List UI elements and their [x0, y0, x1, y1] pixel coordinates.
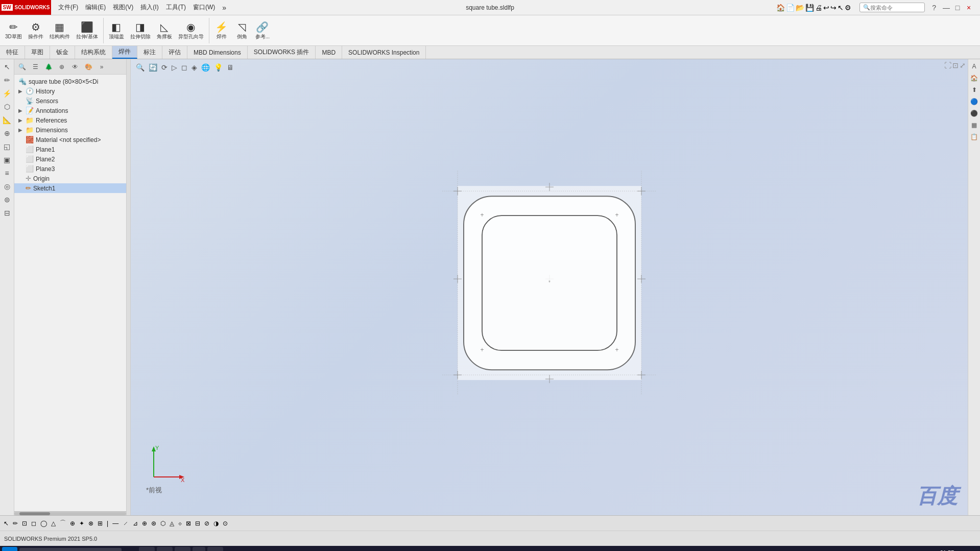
- tree-item-annotations[interactable]: ▶ 📝 Annotations: [14, 106, 126, 115]
- taskbar-sw-button[interactable]: S: [193, 547, 205, 551]
- sk-icon10[interactable]: ⊗: [87, 519, 95, 528]
- end-cap-button[interactable]: ◧ 顶端盖: [106, 20, 127, 41]
- panel-splitter[interactable]: [127, 59, 131, 515]
- vp-icon4[interactable]: ▷: [171, 62, 178, 73]
- sk-icon18[interactable]: ⬡: [159, 519, 167, 528]
- sidebar-icon-dim[interactable]: 📐: [2, 114, 13, 126]
- sk-icon25[interactable]: ⊙: [221, 519, 229, 528]
- taskbar-browser-button[interactable]: 🌐: [139, 547, 155, 551]
- close-button[interactable]: ×: [964, 3, 974, 13]
- minimize-button[interactable]: —: [941, 3, 951, 13]
- vp-icon5[interactable]: ◻: [180, 62, 188, 73]
- tree-item-history[interactable]: ▶ 🕐 History: [14, 86, 126, 96]
- maximize-button[interactable]: □: [952, 3, 963, 13]
- sk-icon20[interactable]: ⟐: [177, 519, 183, 528]
- tree-item-plane1[interactable]: ⬜ Plane1: [14, 145, 126, 154]
- open-icon[interactable]: 📂: [796, 4, 804, 12]
- tree-item-origin[interactable]: ✛ Origin: [14, 174, 126, 183]
- tab-sketch[interactable]: 草图: [25, 46, 50, 59]
- sk-icon9[interactable]: ✦: [78, 519, 86, 528]
- panel-filter-button[interactable]: 🔍: [16, 61, 28, 73]
- sk-icon13[interactable]: —: [111, 519, 120, 528]
- weld-button[interactable]: ⚡ 焊件: [211, 20, 232, 41]
- panel-expand-button[interactable]: »: [96, 61, 107, 73]
- viewport[interactable]: 🔍 🔄 ⟳ ▷ ◻ ◈ 🌐 💡 🖥: [131, 59, 968, 515]
- sk-icon24[interactable]: ◑: [212, 519, 220, 528]
- extrude-button[interactable]: ⬛ 拉伸/基体: [73, 20, 101, 41]
- tab-mbd-dimensions[interactable]: MBD Dimensions: [187, 46, 248, 59]
- menu-insert[interactable]: 插入(I): [137, 2, 161, 13]
- search-box[interactable]: 🔍: [859, 3, 925, 12]
- tree-item-references[interactable]: ▶ 📁 References: [14, 115, 126, 125]
- tab-weld[interactable]: 焊件: [112, 46, 137, 59]
- sk-icon11[interactable]: ⊞: [96, 519, 104, 528]
- sidebar-icon-align[interactable]: ≡: [2, 167, 13, 179]
- sk-icon1[interactable]: ↖: [2, 519, 10, 528]
- sk-icon6[interactable]: △: [50, 519, 57, 528]
- sk-icon15[interactable]: ⊿: [131, 519, 139, 528]
- extrude-cut-button[interactable]: ◨ 拉伸切除: [127, 20, 154, 41]
- scroll-track[interactable]: [14, 512, 126, 515]
- tree-item-dimensions[interactable]: ▶ 📁 Dimensions: [14, 125, 126, 135]
- vp-icon7[interactable]: 🌐: [200, 62, 211, 73]
- sk-icon21[interactable]: ⊠: [184, 519, 193, 528]
- save-icon[interactable]: 💾: [805, 4, 814, 12]
- sidebar-icon-sketch[interactable]: ✏: [2, 75, 13, 86]
- vp-icon9[interactable]: 🖥: [226, 62, 235, 73]
- panel-search-button[interactable]: ⊕: [56, 61, 67, 73]
- component-button[interactable]: ⚙ 操作件: [25, 20, 46, 41]
- panel-list-button[interactable]: ☰: [30, 61, 41, 73]
- menu-tools[interactable]: 工具(T): [163, 2, 189, 13]
- clock[interactable]: 21:57 2021/11/25: [933, 549, 961, 551]
- panel-eye-button[interactable]: 👁: [69, 61, 81, 73]
- cursor-icon[interactable]: ↖: [838, 4, 844, 12]
- tree-item-plane3[interactable]: ⬜ Plane3: [14, 164, 126, 174]
- sidebar-icon-feature[interactable]: ⬡: [2, 101, 13, 112]
- tab-mbd[interactable]: MBD: [316, 46, 342, 59]
- rt-icon6[interactable]: ▦: [969, 120, 979, 130]
- tab-annotation[interactable]: 标注: [137, 46, 162, 59]
- taskbar-app1-button[interactable]: 🔴: [175, 547, 190, 551]
- search-input[interactable]: [870, 5, 921, 11]
- taskbar-app2-button[interactable]: 🌊: [207, 547, 223, 551]
- panel-scrollbar[interactable]: [14, 511, 126, 515]
- undo-icon[interactable]: ↩: [823, 4, 829, 12]
- rt-icon3[interactable]: ⬆: [969, 85, 979, 95]
- sidebar-icon-pointer[interactable]: ↖: [2, 61, 13, 73]
- 3d-sketch-button[interactable]: ✏ 3D草图: [2, 20, 25, 41]
- chamfer-button[interactable]: ◹ 倒角: [232, 20, 252, 41]
- sk-icon5[interactable]: ◯: [39, 519, 49, 528]
- tab-sheet-metal[interactable]: 钣金: [50, 46, 75, 59]
- tree-item-material[interactable]: 🧱 Material <not specified>: [14, 135, 126, 145]
- sidebar-icon-misc2[interactable]: ⊚: [2, 194, 13, 205]
- sidebar-icon-ref[interactable]: ⊕: [2, 128, 13, 139]
- rt-icon4[interactable]: 🔵: [969, 97, 979, 107]
- hole-wizard-button[interactable]: ◉ 异型孔向导: [175, 20, 207, 41]
- sidebar-icon-surface[interactable]: ◱: [2, 141, 13, 152]
- menu-window[interactable]: 窗口(W): [190, 2, 218, 13]
- rt-icon5[interactable]: ⚫: [969, 108, 979, 118]
- structural-member-button[interactable]: ▦ 结构构件: [46, 20, 73, 41]
- scroll-thumb[interactable]: [19, 512, 50, 515]
- tab-structure[interactable]: 结构系统: [75, 46, 112, 59]
- taskbar-search[interactable]: 🔍 在这里输入你要搜索的内容: [19, 548, 122, 551]
- reference-button[interactable]: 🔗 参考...: [252, 20, 273, 41]
- sk-icon4[interactable]: ◻: [30, 519, 38, 528]
- vp-icon8[interactable]: 💡: [213, 62, 224, 73]
- tab-sw-inspection[interactable]: SOLIDWORKS Inspection: [342, 46, 426, 59]
- sk-icon23[interactable]: ⊘: [203, 519, 211, 528]
- sk-icon3[interactable]: ⊡: [20, 519, 29, 528]
- sidebar-icon-block[interactable]: ▣: [2, 154, 13, 165]
- menu-expand[interactable]: »: [219, 3, 229, 13]
- expand-icon-references[interactable]: ▶: [18, 117, 26, 123]
- sk-icon16[interactable]: ⊕: [140, 519, 149, 528]
- rt-icon1[interactable]: A: [969, 61, 979, 71]
- settings-icon[interactable]: ⚙: [845, 4, 851, 12]
- sk-icon12[interactable]: |: [105, 519, 110, 528]
- taskview-button[interactable]: ⊡: [124, 547, 137, 551]
- start-button[interactable]: ⊞: [2, 547, 17, 551]
- menu-view[interactable]: 视图(V): [110, 2, 136, 13]
- vp-icon6[interactable]: ◈: [190, 62, 198, 73]
- taskbar-explorer-button[interactable]: 📁: [157, 547, 173, 551]
- gusset-button[interactable]: ◺ 角撑板: [154, 20, 175, 41]
